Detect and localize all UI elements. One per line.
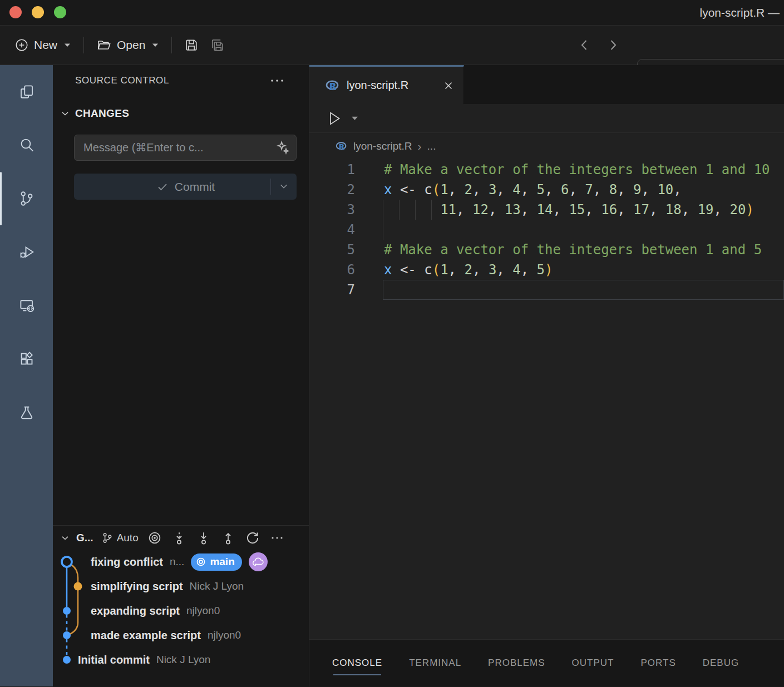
commit-row[interactable]: Initial commitNick J Lyon — [53, 648, 309, 672]
code-line-7[interactable]: 7 — [309, 280, 784, 300]
tab-bar: R lyon-script.R — [309, 65, 784, 104]
open-button-label: Open — [117, 38, 145, 52]
indent-guide — [383, 200, 383, 220]
code-editor[interactable]: 1# Make a vector of the integers between… — [309, 160, 784, 639]
navigate-forward-button[interactable] — [603, 35, 623, 55]
new-button-label: New — [34, 38, 57, 52]
run-dropdown-button[interactable] — [351, 115, 359, 121]
sidebar-title: SOURCE CONTROL — [75, 75, 169, 86]
chevron-right-icon: › — [418, 140, 422, 153]
commit-message: simplifying script — [91, 580, 183, 593]
code-line-1[interactable]: 1# Make a vector of the integers between… — [309, 160, 784, 180]
line-number: 7 — [309, 280, 355, 300]
tab-lyon-script[interactable]: R lyon-script.R — [309, 65, 464, 104]
sidebar-item-extensions[interactable] — [0, 332, 53, 385]
code-line-4[interactable]: 4 — [309, 220, 784, 240]
debug-play-bug-icon — [18, 244, 35, 260]
sidebar-item-explorer[interactable] — [0, 65, 53, 118]
line-content: x <- c(1, 2, 3, 4, 5) — [384, 260, 553, 280]
commit-button-label: Commit — [175, 180, 215, 194]
git-push-button[interactable] — [220, 530, 236, 546]
new-button[interactable]: New — [9, 33, 77, 57]
save-all-button[interactable] — [204, 33, 231, 57]
panel-tab-ports[interactable]: PORTS — [640, 650, 675, 676]
graph-auto-label: Auto — [117, 532, 139, 544]
commit-author: Nick J Lyon — [190, 580, 244, 592]
minimize-window-button[interactable] — [32, 6, 44, 18]
zoom-window-button[interactable] — [54, 6, 66, 18]
code-line-3[interactable]: 3 11, 12, 13, 14, 15, 16, 17, 18, 19, 20… — [309, 200, 784, 220]
sidebar-item-testing[interactable] — [0, 385, 53, 439]
tab-label: lyon-script.R — [347, 79, 408, 92]
commit-message-input[interactable] — [74, 135, 297, 161]
commit-message: made example script — [91, 629, 201, 642]
extensions-icon — [18, 350, 35, 367]
folder-open-icon — [96, 38, 112, 52]
sidebar-item-run-debug[interactable] — [0, 225, 53, 279]
branch-badge-main[interactable]: main — [191, 553, 241, 571]
commit-row[interactable]: made example scriptnjlyon0 — [53, 623, 309, 648]
cloud-badge[interactable] — [249, 552, 268, 571]
chevron-down-icon — [151, 42, 159, 48]
title-bar: lyon-script.R — — [0, 0, 784, 26]
breadcrumb-more[interactable]: ... — [427, 140, 436, 152]
graph-section: G... Auto — [53, 525, 309, 686]
commit-button[interactable]: Commit — [74, 174, 297, 200]
bottom-panel-tabs: CONSOLETERMINALPROBLEMSOUTPUTPORTSDEBUG — [309, 639, 784, 686]
commit-row[interactable]: simplifying scriptNick J Lyon — [53, 574, 309, 599]
source-control-panel: SOURCE CONTROL CHANGES — [53, 65, 309, 686]
close-window-button[interactable] — [9, 6, 22, 18]
commit-message: Initial commit — [78, 654, 150, 666]
close-icon[interactable] — [443, 81, 453, 91]
code-line-2[interactable]: 2x <- c(1, 2, 3, 4, 5, 6, 7, 8, 9, 10, — [309, 180, 784, 200]
git-fetch-button[interactable] — [171, 530, 188, 546]
line-number: 6 — [309, 260, 355, 280]
line-number: 4 — [309, 220, 355, 240]
sidebar-item-remote-explorer[interactable] — [0, 279, 53, 332]
commit-author: njlyon0 — [186, 605, 220, 617]
chevron-down-icon[interactable] — [60, 532, 71, 543]
generate-commit-message-sparkle-icon[interactable] — [274, 140, 291, 156]
graph-section-header: G... Auto — [53, 526, 309, 550]
graph-auto-toggle[interactable]: Auto — [101, 532, 139, 544]
breadcrumb-file[interactable]: lyon-script.R — [353, 140, 412, 152]
save-button[interactable] — [179, 33, 204, 57]
beaker-icon — [18, 404, 35, 421]
line-content: # Make a vector of the integers between … — [384, 240, 762, 260]
indent-guide — [383, 220, 383, 240]
remote-explorer-icon — [18, 297, 35, 314]
commit-row[interactable]: expanding scriptnjlyon0 — [53, 599, 309, 623]
svg-text:R: R — [339, 142, 345, 151]
commit-dropdown-button[interactable] — [278, 181, 290, 191]
target-icon-button[interactable] — [146, 530, 163, 546]
commit-button-divider — [270, 179, 271, 195]
panel-tab-debug[interactable]: DEBUG — [703, 650, 739, 676]
refresh-button[interactable] — [244, 530, 261, 546]
graph-section-label: G... — [76, 532, 93, 544]
open-button[interactable]: Open — [91, 33, 165, 57]
navigate-back-button[interactable] — [574, 35, 594, 55]
changes-section-header[interactable]: CHANGES — [60, 107, 129, 120]
breadcrumb: R lyon-script.R › ... — [309, 134, 784, 159]
panel-tab-output[interactable]: OUTPUT — [572, 650, 614, 676]
window-title: lyon-script.R — — [699, 0, 780, 26]
sidebar-item-search[interactable] — [0, 118, 53, 172]
commit-message-field-wrap — [74, 135, 297, 161]
target-icon — [196, 557, 206, 567]
panel-tab-console[interactable]: CONSOLE — [332, 650, 382, 676]
line-number: 1 — [309, 160, 355, 180]
commit-row[interactable]: fixing conflictn...main — [53, 550, 309, 574]
chevron-down-icon — [60, 108, 71, 119]
changes-section-label: CHANGES — [75, 107, 129, 120]
git-pull-button[interactable] — [195, 530, 212, 546]
panel-tab-problems[interactable]: PROBLEMS — [488, 650, 545, 676]
run-button[interactable] — [327, 110, 342, 127]
svg-text:R: R — [329, 81, 337, 92]
panel-tab-terminal[interactable]: TERMINAL — [409, 650, 461, 676]
more-actions-button[interactable] — [269, 530, 285, 546]
sidebar-item-source-control[interactable] — [0, 172, 53, 225]
code-line-5[interactable]: 5# Make a vector of the integers between… — [309, 240, 784, 260]
more-actions-button[interactable] — [270, 78, 284, 83]
app-window: lyon-script.R — New Open — [0, 0, 784, 687]
code-line-6[interactable]: 6x <- c(1, 2, 3, 4, 5) — [309, 260, 784, 280]
